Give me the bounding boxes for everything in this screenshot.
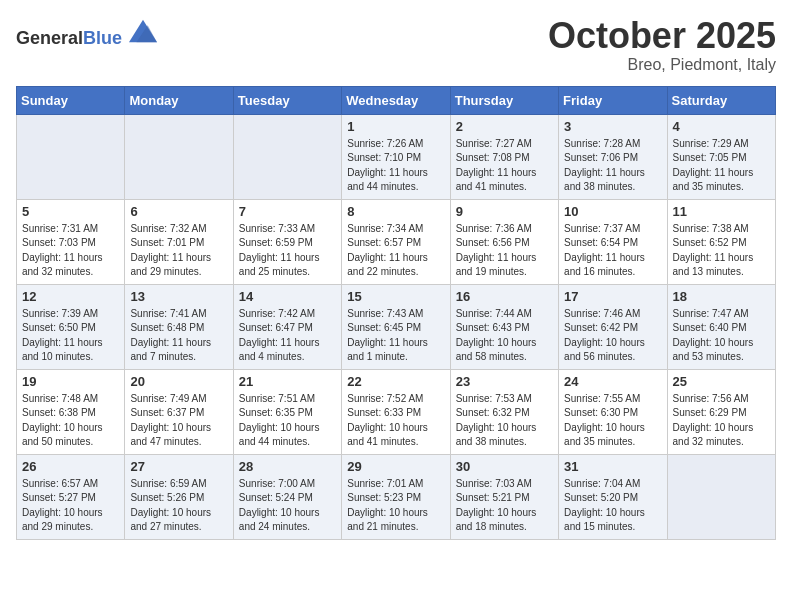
day-info: Sunrise: 7:46 AM Sunset: 6:42 PM Dayligh… bbox=[564, 307, 661, 365]
calendar-week-row: 1Sunrise: 7:26 AM Sunset: 7:10 PM Daylig… bbox=[17, 114, 776, 199]
calendar-header-row: SundayMondayTuesdayWednesdayThursdayFrid… bbox=[17, 86, 776, 114]
day-info: Sunrise: 7:26 AM Sunset: 7:10 PM Dayligh… bbox=[347, 137, 444, 195]
day-number: 26 bbox=[22, 459, 119, 474]
calendar-day-cell: 31Sunrise: 7:04 AM Sunset: 5:20 PM Dayli… bbox=[559, 454, 667, 539]
day-number: 20 bbox=[130, 374, 227, 389]
day-number: 28 bbox=[239, 459, 336, 474]
day-number: 29 bbox=[347, 459, 444, 474]
calendar-day-cell: 27Sunrise: 6:59 AM Sunset: 5:26 PM Dayli… bbox=[125, 454, 233, 539]
logo-icon bbox=[129, 16, 157, 44]
calendar-day-cell: 28Sunrise: 7:00 AM Sunset: 5:24 PM Dayli… bbox=[233, 454, 341, 539]
day-number: 15 bbox=[347, 289, 444, 304]
calendar-day-cell bbox=[17, 114, 125, 199]
day-number: 5 bbox=[22, 204, 119, 219]
day-info: Sunrise: 6:57 AM Sunset: 5:27 PM Dayligh… bbox=[22, 477, 119, 535]
calendar-day-cell: 11Sunrise: 7:38 AM Sunset: 6:52 PM Dayli… bbox=[667, 199, 775, 284]
weekday-header: Tuesday bbox=[233, 86, 341, 114]
calendar-day-cell: 8Sunrise: 7:34 AM Sunset: 6:57 PM Daylig… bbox=[342, 199, 450, 284]
day-number: 16 bbox=[456, 289, 553, 304]
day-number: 22 bbox=[347, 374, 444, 389]
day-info: Sunrise: 7:37 AM Sunset: 6:54 PM Dayligh… bbox=[564, 222, 661, 280]
day-number: 12 bbox=[22, 289, 119, 304]
day-number: 18 bbox=[673, 289, 770, 304]
calendar-day-cell: 12Sunrise: 7:39 AM Sunset: 6:50 PM Dayli… bbox=[17, 284, 125, 369]
day-info: Sunrise: 7:43 AM Sunset: 6:45 PM Dayligh… bbox=[347, 307, 444, 365]
calendar-day-cell: 7Sunrise: 7:33 AM Sunset: 6:59 PM Daylig… bbox=[233, 199, 341, 284]
day-number: 10 bbox=[564, 204, 661, 219]
weekday-header: Wednesday bbox=[342, 86, 450, 114]
day-info: Sunrise: 7:38 AM Sunset: 6:52 PM Dayligh… bbox=[673, 222, 770, 280]
weekday-header: Friday bbox=[559, 86, 667, 114]
day-number: 23 bbox=[456, 374, 553, 389]
day-number: 19 bbox=[22, 374, 119, 389]
day-info: Sunrise: 7:29 AM Sunset: 7:05 PM Dayligh… bbox=[673, 137, 770, 195]
day-info: Sunrise: 7:55 AM Sunset: 6:30 PM Dayligh… bbox=[564, 392, 661, 450]
day-info: Sunrise: 7:01 AM Sunset: 5:23 PM Dayligh… bbox=[347, 477, 444, 535]
day-number: 6 bbox=[130, 204, 227, 219]
calendar-day-cell: 15Sunrise: 7:43 AM Sunset: 6:45 PM Dayli… bbox=[342, 284, 450, 369]
logo-general: General bbox=[16, 28, 83, 48]
weekday-header: Saturday bbox=[667, 86, 775, 114]
day-info: Sunrise: 7:33 AM Sunset: 6:59 PM Dayligh… bbox=[239, 222, 336, 280]
weekday-header: Monday bbox=[125, 86, 233, 114]
day-info: Sunrise: 7:48 AM Sunset: 6:38 PM Dayligh… bbox=[22, 392, 119, 450]
day-number: 4 bbox=[673, 119, 770, 134]
weekday-header: Sunday bbox=[17, 86, 125, 114]
day-number: 17 bbox=[564, 289, 661, 304]
day-number: 13 bbox=[130, 289, 227, 304]
calendar-day-cell: 14Sunrise: 7:42 AM Sunset: 6:47 PM Dayli… bbox=[233, 284, 341, 369]
logo: GeneralBlue bbox=[16, 16, 157, 49]
calendar-day-cell: 16Sunrise: 7:44 AM Sunset: 6:43 PM Dayli… bbox=[450, 284, 558, 369]
day-info: Sunrise: 7:34 AM Sunset: 6:57 PM Dayligh… bbox=[347, 222, 444, 280]
page-header: GeneralBlue October 2025 Breo, Piedmont,… bbox=[16, 16, 776, 74]
calendar-day-cell: 9Sunrise: 7:36 AM Sunset: 6:56 PM Daylig… bbox=[450, 199, 558, 284]
calendar-day-cell: 4Sunrise: 7:29 AM Sunset: 7:05 PM Daylig… bbox=[667, 114, 775, 199]
day-number: 24 bbox=[564, 374, 661, 389]
calendar-day-cell: 20Sunrise: 7:49 AM Sunset: 6:37 PM Dayli… bbox=[125, 369, 233, 454]
day-number: 3 bbox=[564, 119, 661, 134]
calendar-day-cell: 13Sunrise: 7:41 AM Sunset: 6:48 PM Dayli… bbox=[125, 284, 233, 369]
calendar-day-cell: 26Sunrise: 6:57 AM Sunset: 5:27 PM Dayli… bbox=[17, 454, 125, 539]
day-info: Sunrise: 7:31 AM Sunset: 7:03 PM Dayligh… bbox=[22, 222, 119, 280]
calendar-week-row: 12Sunrise: 7:39 AM Sunset: 6:50 PM Dayli… bbox=[17, 284, 776, 369]
calendar-day-cell: 2Sunrise: 7:27 AM Sunset: 7:08 PM Daylig… bbox=[450, 114, 558, 199]
calendar-week-row: 5Sunrise: 7:31 AM Sunset: 7:03 PM Daylig… bbox=[17, 199, 776, 284]
calendar-day-cell: 19Sunrise: 7:48 AM Sunset: 6:38 PM Dayli… bbox=[17, 369, 125, 454]
day-info: Sunrise: 7:53 AM Sunset: 6:32 PM Dayligh… bbox=[456, 392, 553, 450]
calendar-day-cell: 25Sunrise: 7:56 AM Sunset: 6:29 PM Dayli… bbox=[667, 369, 775, 454]
calendar-day-cell: 23Sunrise: 7:53 AM Sunset: 6:32 PM Dayli… bbox=[450, 369, 558, 454]
calendar-day-cell: 29Sunrise: 7:01 AM Sunset: 5:23 PM Dayli… bbox=[342, 454, 450, 539]
day-info: Sunrise: 7:04 AM Sunset: 5:20 PM Dayligh… bbox=[564, 477, 661, 535]
calendar-day-cell bbox=[667, 454, 775, 539]
weekday-header: Thursday bbox=[450, 86, 558, 114]
calendar-day-cell: 18Sunrise: 7:47 AM Sunset: 6:40 PM Dayli… bbox=[667, 284, 775, 369]
day-info: Sunrise: 7:47 AM Sunset: 6:40 PM Dayligh… bbox=[673, 307, 770, 365]
calendar-day-cell: 10Sunrise: 7:37 AM Sunset: 6:54 PM Dayli… bbox=[559, 199, 667, 284]
location: Breo, Piedmont, Italy bbox=[548, 56, 776, 74]
day-info: Sunrise: 7:28 AM Sunset: 7:06 PM Dayligh… bbox=[564, 137, 661, 195]
logo-blue: Blue bbox=[83, 28, 122, 48]
calendar-day-cell: 6Sunrise: 7:32 AM Sunset: 7:01 PM Daylig… bbox=[125, 199, 233, 284]
day-number: 14 bbox=[239, 289, 336, 304]
day-info: Sunrise: 7:51 AM Sunset: 6:35 PM Dayligh… bbox=[239, 392, 336, 450]
day-number: 21 bbox=[239, 374, 336, 389]
day-number: 1 bbox=[347, 119, 444, 134]
day-info: Sunrise: 7:00 AM Sunset: 5:24 PM Dayligh… bbox=[239, 477, 336, 535]
title-block: October 2025 Breo, Piedmont, Italy bbox=[548, 16, 776, 74]
calendar-week-row: 26Sunrise: 6:57 AM Sunset: 5:27 PM Dayli… bbox=[17, 454, 776, 539]
calendar-day-cell: 5Sunrise: 7:31 AM Sunset: 7:03 PM Daylig… bbox=[17, 199, 125, 284]
day-info: Sunrise: 7:32 AM Sunset: 7:01 PM Dayligh… bbox=[130, 222, 227, 280]
day-info: Sunrise: 7:39 AM Sunset: 6:50 PM Dayligh… bbox=[22, 307, 119, 365]
day-info: Sunrise: 7:49 AM Sunset: 6:37 PM Dayligh… bbox=[130, 392, 227, 450]
calendar-day-cell: 24Sunrise: 7:55 AM Sunset: 6:30 PM Dayli… bbox=[559, 369, 667, 454]
day-number: 9 bbox=[456, 204, 553, 219]
day-number: 8 bbox=[347, 204, 444, 219]
day-info: Sunrise: 6:59 AM Sunset: 5:26 PM Dayligh… bbox=[130, 477, 227, 535]
day-info: Sunrise: 7:56 AM Sunset: 6:29 PM Dayligh… bbox=[673, 392, 770, 450]
day-number: 30 bbox=[456, 459, 553, 474]
day-number: 7 bbox=[239, 204, 336, 219]
day-number: 11 bbox=[673, 204, 770, 219]
day-info: Sunrise: 7:41 AM Sunset: 6:48 PM Dayligh… bbox=[130, 307, 227, 365]
calendar-day-cell bbox=[125, 114, 233, 199]
calendar-table: SundayMondayTuesdayWednesdayThursdayFrid… bbox=[16, 86, 776, 540]
